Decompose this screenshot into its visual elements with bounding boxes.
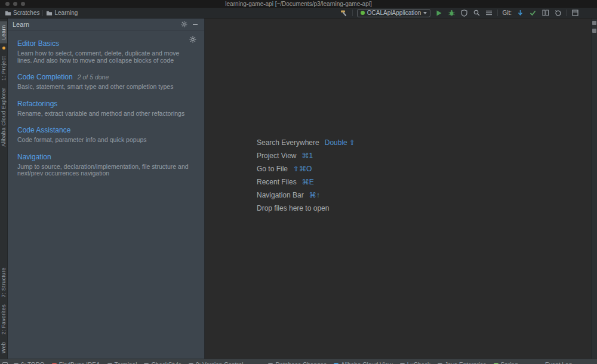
toolbar-separator xyxy=(566,10,567,16)
module-description: Rename, extract variable and method and … xyxy=(17,110,195,118)
stripe-button-favorites[interactable]: 2: Favorites xyxy=(0,301,7,338)
navigation-bar: Scratches Learning xyxy=(5,10,78,16)
profiler-search-button[interactable] xyxy=(472,9,481,17)
shortcut-label: Recent Files xyxy=(257,178,297,186)
module-link[interactable]: Refactorings xyxy=(17,100,57,108)
statusbar-item-lucheck[interactable]: LuCheck xyxy=(400,362,430,364)
learn-module-code-assistance: Code Assistance Code format, parameter i… xyxy=(17,124,195,144)
hide-panel-icon[interactable] xyxy=(191,20,199,29)
toolbar-separator xyxy=(352,10,353,16)
statusbar-item-database-changes[interactable]: Database Changes xyxy=(268,362,327,364)
statusbar-item-alibaba-cloud-view[interactable]: Alibaba Cloud View xyxy=(334,362,393,364)
shortcut-row: Search EverywhereDouble ⇧ xyxy=(257,136,355,149)
shortcut-label: Project View xyxy=(257,152,296,160)
tool-windows-icon[interactable] xyxy=(571,9,579,17)
run-config-icon xyxy=(361,11,365,15)
editor-empty-area[interactable]: Search EverywhereDouble ⇧ Project View⌘1… xyxy=(205,18,591,359)
learn-module-code-completion: Code Completion2 of 5 done Basic, statem… xyxy=(17,71,195,91)
shortcut-row: Project View⌘1 xyxy=(257,149,355,162)
zoom-window-button[interactable] xyxy=(21,2,25,6)
statusbar-label: Terminal xyxy=(115,362,137,364)
learn-module-editor-basics: Editor Basics Learn how to select, comme… xyxy=(17,38,195,64)
left-tool-stripe: Learn 1: Project Alibaba Cloud Explorer … xyxy=(0,18,8,359)
shortcut-label: Go to File xyxy=(257,165,288,173)
statusbar-label: Alibaba Cloud View xyxy=(341,362,393,364)
git-update-button[interactable] xyxy=(516,9,524,17)
statusbar-label: Event Log xyxy=(545,362,572,364)
statusbar-label: Spring xyxy=(501,362,518,364)
stripe-button-learn[interactable]: Learn xyxy=(0,21,7,44)
shortcut-keys: ⌘1 xyxy=(301,152,313,160)
shortcut-label: Search Everywhere xyxy=(257,138,319,147)
learn-settings-gear-icon[interactable] xyxy=(189,35,196,45)
statusbar-item-java-enterprise[interactable]: Java Enterprise xyxy=(438,362,486,364)
statusbar-item-event-log[interactable]: Event Log xyxy=(545,362,572,364)
debug-button[interactable] xyxy=(447,9,456,17)
statusbar-label: Java Enterprise xyxy=(445,362,486,364)
statusbar-label: 9: Version Control xyxy=(196,362,244,364)
statusbar-label: FindBugs-IDEA xyxy=(59,362,100,364)
crumb-scratches[interactable]: Scratches xyxy=(5,10,39,16)
right-tool-stripe xyxy=(591,18,597,359)
orange-indicator-icon xyxy=(2,47,5,50)
run-button[interactable] xyxy=(435,9,443,17)
shortcut-row: Navigation Bar⌘↑ xyxy=(257,189,355,202)
learn-module-refactorings: Refactorings Rename, extract variable an… xyxy=(17,98,195,118)
statusbar-item-spring[interactable]: Spring xyxy=(494,362,518,364)
run-configuration-select[interactable]: OCALApiApplication xyxy=(357,9,431,17)
stripe-button-project[interactable]: 1: Project xyxy=(0,53,7,84)
statusbar-label: 6: TODO xyxy=(21,362,45,364)
run-config-name: OCALApiApplication xyxy=(367,10,421,16)
module-link[interactable]: Code Completion xyxy=(17,73,73,81)
folder-icon xyxy=(46,10,53,16)
close-window-button[interactable] xyxy=(5,2,10,6)
traffic-lights xyxy=(5,2,25,6)
chevron-down-icon xyxy=(423,12,427,14)
learn-panel-title: Learn xyxy=(13,21,29,28)
ide-window: learning-game-api [~/Documents/p3/learni… xyxy=(0,0,597,364)
statusbar-item-checkstyle[interactable]: CheckStyle xyxy=(144,362,181,364)
shortcut-keys: ⇧⌘O xyxy=(293,165,312,173)
panel-settings-gear-icon[interactable] xyxy=(180,20,188,29)
right-stripe-button[interactable] xyxy=(592,29,596,33)
statusbar-label: Database Changes xyxy=(275,362,327,364)
run-dashboard-icon[interactable] xyxy=(485,9,493,17)
git-commit-button[interactable] xyxy=(528,9,537,17)
window-title: learning-game-api [~/Documents/p3/learni… xyxy=(225,1,371,7)
build-hammer-icon[interactable] xyxy=(340,9,348,17)
statusbar-item-terminal[interactable]: Terminal xyxy=(107,362,137,364)
shortcut-row: Go to File⇧⌘O xyxy=(257,162,355,175)
crumb-separator xyxy=(42,10,43,16)
git-diff-button[interactable] xyxy=(541,9,549,17)
module-link[interactable]: Editor Basics xyxy=(17,39,59,48)
module-link[interactable]: Navigation xyxy=(17,153,51,161)
statusbar-item-findbugs[interactable]: FindBugs-IDEA xyxy=(52,362,100,364)
learn-panel-header: Learn xyxy=(8,18,204,30)
statusbar-item-todo[interactable]: 6: TODO xyxy=(14,362,45,364)
stripe-button-alibaba-cloud-explorer[interactable]: Alibaba Cloud Explorer xyxy=(0,84,7,150)
editor-shortcut-hints: Search EverywhereDouble ⇧ Project View⌘1… xyxy=(257,136,355,215)
statusbar: 6: TODO FindBugs-IDEA Terminal CheckStyl… xyxy=(0,359,597,364)
learn-tool-window: Learn Editor Basics Learn how to select,… xyxy=(8,18,205,359)
shortcut-keys: Double ⇧ xyxy=(325,138,355,147)
statusbar-label: CheckStyle xyxy=(151,362,181,364)
main-toolbar: Scratches Learning OCALApiApplication xyxy=(0,8,597,18)
shortcut-keys: ⌘E xyxy=(302,178,314,186)
right-stripe-button[interactable] xyxy=(592,21,596,25)
shortcut-row: Drop files here to open xyxy=(257,202,355,215)
minimize-window-button[interactable] xyxy=(13,2,17,6)
shortcut-label: Navigation Bar xyxy=(257,191,304,199)
stripe-button-structure[interactable]: 7: Structure xyxy=(0,264,7,301)
main-area: Learn 1: Project Alibaba Cloud Explorer … xyxy=(0,18,597,359)
crumb-learning[interactable]: Learning xyxy=(46,10,78,16)
module-description: Jump to source, declaration/implementati… xyxy=(17,164,195,177)
stripe-button-web[interactable]: Web xyxy=(0,338,7,357)
statusbar-item-version-control[interactable]: 9: Version Control xyxy=(189,362,244,364)
shortcut-label: Drop files here to open xyxy=(257,204,329,212)
shortcut-row: Recent Files⌘E xyxy=(257,175,355,189)
crumb-label: Learning xyxy=(54,10,78,16)
git-rollback-button[interactable] xyxy=(553,9,562,17)
module-link[interactable]: Code Assistance xyxy=(17,126,70,134)
run-with-coverage-button[interactable] xyxy=(460,9,468,17)
left-stripe-bottom: 7: Structure 2: Favorites Web xyxy=(0,264,7,359)
